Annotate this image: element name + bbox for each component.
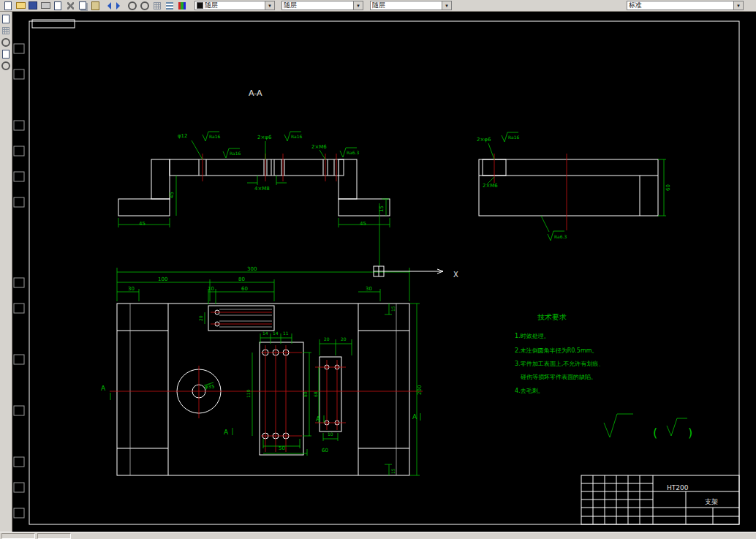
line-tool-icon <box>2 27 10 34</box>
print-preview-icon[interactable] <box>52 1 64 10</box>
drawing-text: 碰伤等损坏零件表面的缺陷。 <box>520 374 597 380</box>
drawing-text: 15 <box>390 468 396 474</box>
drawing-text: 14 <box>273 331 279 336</box>
pan-icon <box>154 2 161 10</box>
zone-marker <box>14 483 24 492</box>
zoom-tool-icon[interactable] <box>0 61 12 70</box>
line-tool-icon[interactable] <box>0 26 12 35</box>
zone-marker <box>14 121 24 130</box>
chevron-down-icon[interactable]: ▼ <box>442 1 451 10</box>
drawing-text: 60 <box>322 448 328 453</box>
save-icon[interactable] <box>27 1 39 10</box>
chevron-down-icon[interactable]: ▼ <box>265 1 274 10</box>
zone-marker <box>14 457 24 467</box>
zone-marker <box>14 146 24 156</box>
paste-icon <box>91 1 99 10</box>
drawing-text: A-A <box>249 88 262 98</box>
drawing-text: 200 <box>417 385 423 395</box>
drawing-text: 30 <box>366 286 372 292</box>
drawing-text: 支架 <box>705 498 718 505</box>
zone-marker <box>14 44 24 53</box>
drawing-text: 30 <box>128 286 135 292</box>
drawing-text: 45 <box>139 221 145 227</box>
zoom-in-icon[interactable] <box>126 1 138 10</box>
drawing-text: 3.零件加工表面上,不允许有划痕、 <box>515 361 604 367</box>
plan-view <box>110 268 423 475</box>
drawing-text: ) <box>688 426 692 440</box>
redo-icon <box>116 2 124 10</box>
drawing-text: Ra16 <box>508 135 520 140</box>
drawing-text: 2×φ6 <box>257 135 272 140</box>
cut-icon[interactable] <box>64 1 76 10</box>
drawing-text: 4×M8 <box>254 186 270 192</box>
new-icon <box>4 1 12 10</box>
color-picker-icon <box>178 2 186 10</box>
zoom-out-icon[interactable] <box>139 1 151 10</box>
status-cell[interactable] <box>37 533 71 539</box>
chevron-down-icon[interactable]: ▼ <box>353 1 363 10</box>
drawing-canvas[interactable]: A-Aφ12Ra16Ra162×φ6Ra162×M6Ra6.34×M845454… <box>12 12 756 532</box>
drawing-text: 110 <box>246 389 251 398</box>
top-toolbar: 随层 ▼ 随层 ▼ 随层 ▼ 标准 ▼ <box>0 0 756 12</box>
print-preview-icon <box>54 1 61 10</box>
drawing-text: Ra16 <box>291 134 303 139</box>
drawing-text: 68 <box>313 391 318 397</box>
print-icon[interactable] <box>39 1 51 10</box>
drawing-text: 100 <box>158 276 167 282</box>
linetype-combo[interactable]: 随层 ▼ <box>370 1 452 10</box>
select-tool-icon <box>2 15 10 23</box>
copy-icon[interactable] <box>77 1 88 10</box>
open-icon[interactable] <box>15 1 26 10</box>
select-tool-icon[interactable] <box>0 14 12 23</box>
drawing-text: 80 <box>238 276 245 282</box>
zone-marker <box>14 172 24 181</box>
zone-marker <box>14 406 24 415</box>
drawing-text: 20 <box>324 336 330 342</box>
drawing-area[interactable]: A-Aφ12Ra16Ra162×φ6Ra162×M6Ra6.34×M845454… <box>12 12 756 532</box>
zone-marker <box>14 278 24 287</box>
erase-tool-icon <box>2 50 10 59</box>
save-icon <box>29 1 37 10</box>
drawing-text: 15 <box>390 306 396 312</box>
drawing-text: φ12 <box>178 133 188 139</box>
drawing-text: 2×M6 <box>483 183 498 189</box>
redo-icon[interactable] <box>114 1 126 10</box>
circle-tool-icon[interactable] <box>0 37 12 47</box>
status-bar <box>0 532 756 539</box>
drawing-text: 14 <box>262 331 268 336</box>
roughness-legend <box>604 414 687 437</box>
erase-tool-icon[interactable] <box>0 49 12 59</box>
copy-icon <box>79 1 86 10</box>
textstyle-combo[interactable]: 标准 ▼ <box>627 1 744 10</box>
layer-manager-icon[interactable] <box>164 1 175 10</box>
drawing-text: 2×φ6 <box>477 137 491 143</box>
circle-tool-icon <box>1 38 10 47</box>
open-icon <box>16 2 26 9</box>
drawing-text: 50 <box>279 445 285 451</box>
drawing-text: HT200 <box>667 484 689 491</box>
drawing-text: φ35 <box>205 384 215 390</box>
drawing-text: 20 <box>341 336 347 342</box>
drawing-text: 10 <box>328 431 333 437</box>
color-combo[interactable]: 随层 ▼ <box>281 1 363 10</box>
undo-icon[interactable] <box>102 1 113 10</box>
undo-icon <box>104 2 111 10</box>
chevron-down-icon[interactable]: ▼ <box>733 1 743 10</box>
layer-combo[interactable]: 随层 ▼ <box>194 1 275 10</box>
zoom-out-icon <box>140 1 149 10</box>
color-picker-icon[interactable] <box>176 1 188 10</box>
paste-icon[interactable] <box>89 1 101 10</box>
drawing-text: A <box>316 415 321 423</box>
drawing-text: A <box>101 385 106 392</box>
pan-icon[interactable] <box>151 1 163 10</box>
drawing-text: Ra16 <box>230 151 241 156</box>
status-cell[interactable] <box>1 533 35 539</box>
zoom-tool-icon <box>1 61 10 70</box>
drawing-text: 11 <box>283 331 289 336</box>
new-icon[interactable] <box>2 1 14 10</box>
zone-marker <box>14 355 24 364</box>
drawing-text: A <box>224 429 229 436</box>
layer-manager-icon <box>166 2 173 10</box>
side-view <box>479 132 666 241</box>
drawing-text: Ra6.3 <box>347 150 359 155</box>
